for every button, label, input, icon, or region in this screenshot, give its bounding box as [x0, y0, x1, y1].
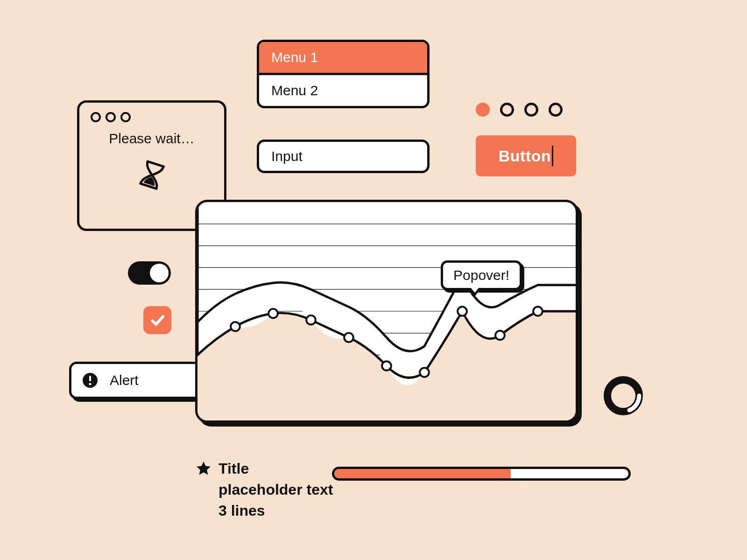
- window-dot-2[interactable]: [106, 112, 116, 122]
- popover: Popover!: [441, 260, 522, 290]
- menu-item-2[interactable]: Menu 2: [259, 73, 427, 106]
- svg-point-19: [495, 331, 505, 340]
- svg-point-12: [231, 322, 240, 331]
- hourglass-icon: [138, 160, 166, 192]
- menu-item-1[interactable]: Menu 1: [259, 42, 427, 73]
- pager-dot-4[interactable]: [549, 103, 563, 117]
- svg-point-20: [533, 307, 543, 316]
- svg-point-16: [382, 361, 391, 371]
- line-chart: [197, 202, 576, 420]
- popover-anchor: Popover!: [441, 260, 522, 290]
- toggle-knob: [150, 264, 169, 282]
- loading-text: Please wait…: [91, 131, 213, 147]
- svg-point-15: [344, 333, 353, 342]
- window-traffic-lights: [91, 112, 213, 122]
- toggle-switch[interactable]: [128, 261, 171, 285]
- window-dot-3[interactable]: [120, 112, 131, 122]
- text-input[interactable]: Input: [257, 140, 430, 173]
- star-icon: [195, 460, 212, 477]
- check-icon: [149, 312, 166, 329]
- spinner-icon: [602, 375, 644, 417]
- text-cursor-icon: [552, 146, 553, 166]
- pager-dot-1[interactable]: [476, 103, 490, 117]
- primary-button[interactable]: Button: [476, 135, 576, 176]
- progress-fill: [334, 469, 511, 478]
- pager-dot-3[interactable]: [524, 103, 538, 117]
- svg-point-17: [420, 368, 429, 377]
- alert-text: Alert: [110, 372, 192, 388]
- svg-point-13: [268, 309, 278, 318]
- progress-bar[interactable]: [332, 467, 631, 481]
- input-placeholder: Input: [271, 148, 303, 164]
- svg-rect-1: [89, 376, 91, 381]
- title-line-3: 3 lines: [218, 500, 333, 521]
- title-line-2: placeholder text: [218, 479, 333, 500]
- window-dot-1[interactable]: [91, 112, 101, 122]
- exclamation-icon: [82, 372, 99, 389]
- menu: Menu 1 Menu 2: [257, 40, 430, 108]
- popover-text: Popover!: [453, 267, 509, 283]
- title-line-1: Title: [218, 458, 333, 479]
- button-label: Button: [499, 147, 551, 165]
- svg-point-2: [89, 383, 92, 385]
- chart-card: [195, 200, 578, 423]
- checkbox[interactable]: [143, 306, 171, 334]
- pager: [476, 103, 563, 117]
- svg-point-14: [306, 315, 316, 325]
- svg-point-18: [458, 307, 467, 316]
- title-block: Title placeholder text 3 lines: [195, 458, 333, 521]
- pager-dot-2[interactable]: [500, 103, 514, 117]
